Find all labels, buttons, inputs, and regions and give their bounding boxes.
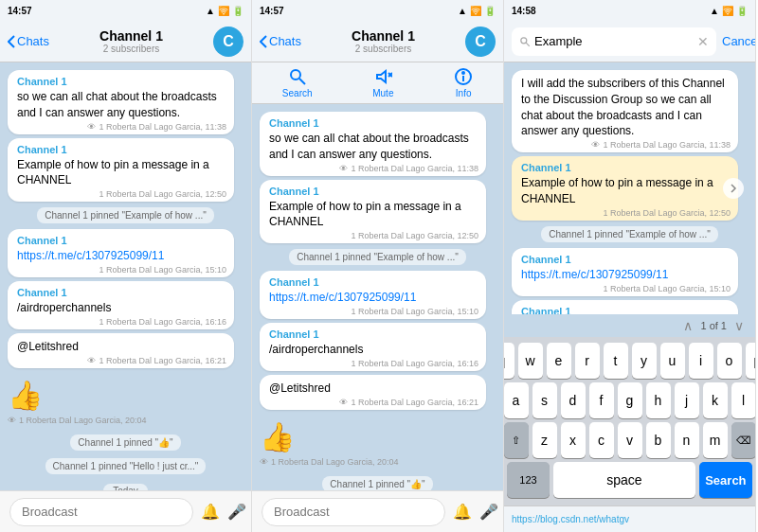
mic-icon-2[interactable]: 🎤 (479, 503, 498, 521)
clear-icon[interactable]: ✕ (697, 34, 709, 49)
search-input-wrap: ✕ (512, 27, 716, 56)
timestamp-p2-5: 1 Roberta Dal Lago Garcia, 16:21 (351, 398, 478, 407)
bubble-5: @Letitshred 👁 1 Roberta Dal Lago Garcia,… (8, 333, 234, 368)
text-p2-2: Example of how to pin a message in a CHA… (269, 199, 477, 231)
key-r[interactable]: r (575, 343, 600, 379)
meta-p3-1: 👁 1 Roberta Dal Lago Garcia, 11:38 (591, 140, 731, 150)
meta-5: 👁 1 Roberta Dal Lago Garcia, 16:21 (87, 356, 226, 365)
list-item: Channel 1 /airdroperchannels 1 Roberta D… (260, 323, 496, 371)
prev-result-btn[interactable]: ∧ (683, 318, 693, 333)
key-b[interactable]: b (646, 422, 671, 458)
link-p2-3[interactable]: https://t.me/c/1307925099/11 (269, 291, 416, 304)
timestamp-p2-2: 1 Roberta Dal Lago Garcia, 12:50 (351, 231, 478, 240)
timestamp-6: 1 Roberta Dal Lago Garcia, 20:04 (19, 416, 147, 425)
link-p3-3[interactable]: https://t.me/c/1307925099/11 (521, 268, 668, 281)
key-123[interactable]: 123 (507, 462, 550, 498)
system-pin-2: Channel 1 pinned "👍" (70, 434, 180, 451)
key-d[interactable]: d (561, 382, 586, 418)
key-x[interactable]: x (561, 422, 586, 458)
cancel-button-3[interactable]: Cancel (722, 34, 756, 48)
key-i[interactable]: i (689, 343, 713, 379)
key-k[interactable]: k (703, 382, 728, 418)
bubble-6: 👍 👁 1 Roberta Dal Lago Garcia, 20:04 (8, 372, 234, 429)
link-3[interactable]: https://t.me/c/1307925099/11 (17, 249, 164, 262)
wifi-icon-3: 🛜 (722, 6, 733, 16)
key-search[interactable]: Search (699, 462, 752, 498)
bell-icon-2[interactable]: 🔔 (453, 503, 472, 521)
nav-title-area-1: Channel 1 2 subscribers (49, 28, 213, 54)
meta-p3-2: 1 Roberta Dal Lago Garcia, 12:50 (603, 208, 731, 218)
nav-title-area-2: Channel 1 2 subscribers (301, 28, 465, 54)
sender-p3-2: Channel 1 (521, 162, 729, 173)
key-t[interactable]: t (604, 343, 628, 379)
search-toolbar-btn[interactable]: Search (282, 67, 313, 98)
sender-p3-3: Channel 1 (521, 254, 729, 265)
back-label-1: Chats (17, 34, 49, 48)
broadcast-input-1[interactable] (9, 498, 193, 526)
mic-icon-1[interactable]: 🎤 (227, 503, 246, 521)
broadcast-input-2[interactable] (262, 498, 445, 526)
key-n[interactable]: n (675, 422, 699, 458)
key-a[interactable]: a (504, 382, 529, 418)
back-button-1[interactable]: Chats (8, 34, 49, 48)
bubble-p2-1: Channel 1 so we can all chat about the b… (260, 112, 486, 176)
key-f[interactable]: f (589, 382, 614, 418)
bubble-p2-3: Channel 1 https://t.me/c/1307925099/11 1… (260, 271, 486, 319)
mute-toolbar-btn[interactable]: Mute (372, 67, 393, 98)
key-c[interactable]: c (589, 422, 614, 458)
meta-4: 1 Roberta Dal Lago Garcia, 16:16 (99, 317, 226, 327)
key-m[interactable]: m (703, 422, 728, 458)
key-shift[interactable]: ⇧ (504, 422, 529, 458)
text-4: /airdroperchannels (17, 300, 225, 316)
key-l[interactable]: l (731, 382, 756, 418)
broadcast-bar-1: 🔔 🎤 (0, 490, 251, 532)
channel-title-2: Channel 1 (352, 28, 415, 44)
key-h[interactable]: h (646, 382, 671, 418)
key-space[interactable]: space (553, 462, 695, 498)
key-z[interactable]: z (532, 422, 557, 458)
back-button-2[interactable]: Chats (260, 34, 301, 48)
key-w[interactable]: w (518, 343, 543, 379)
sender-p2-3: Channel 1 (269, 276, 477, 288)
bubble-4: Channel 1 /airdroperchannels 1 Roberta D… (8, 281, 234, 329)
timestamp-3: 1 Roberta Dal Lago Garcia, 15:10 (99, 265, 226, 275)
expand-icon[interactable] (723, 178, 744, 199)
key-v[interactable]: v (618, 422, 642, 458)
key-o[interactable]: o (717, 343, 742, 379)
text-6: 👍 (8, 376, 234, 416)
status-icons-3: ▲ 🛜 🔋 (710, 6, 748, 16)
key-backspace[interactable]: ⌫ (731, 422, 756, 458)
key-q[interactable]: q (504, 343, 514, 379)
list-item: 👍 👁 1 Roberta Dal Lago Garcia, 20:04 (8, 372, 244, 429)
channel-subtitle-1: 2 subscribers (103, 44, 159, 54)
sender-3: Channel 1 (17, 235, 225, 246)
key-e[interactable]: e (547, 343, 571, 379)
sender-p2-2: Channel 1 (269, 186, 477, 197)
next-result-btn[interactable]: ∨ (734, 318, 744, 333)
key-s[interactable]: s (532, 382, 557, 418)
time-1: 14:57 (8, 6, 32, 16)
bell-icon-1[interactable]: 🔔 (201, 503, 220, 521)
meta-3: 1 Roberta Dal Lago Garcia, 15:10 (99, 265, 226, 275)
keyboard: q w e r t y u i o p a s d f g h j k l ⇧ … (504, 337, 755, 505)
key-p[interactable]: p (746, 343, 757, 379)
system-pin-p3-1: Channel 1 pinned "Example of how ..." (541, 226, 718, 242)
key-j[interactable]: j (675, 382, 699, 418)
avatar-1[interactable]: C (213, 27, 244, 57)
eye-icon-5: 👁 (87, 356, 96, 365)
messages-area-3: I will add the subscribers of this Chann… (504, 62, 755, 314)
key-y[interactable]: y (632, 343, 657, 379)
info-toolbar-btn[interactable]: Info (454, 67, 473, 98)
timestamp-p3-1: 1 Roberta Dal Lago Garcia, 11:38 (603, 140, 731, 150)
key-g[interactable]: g (618, 382, 642, 418)
text-3: https://t.me/c/1307925099/11 (17, 248, 225, 264)
key-u[interactable]: u (660, 343, 685, 379)
search-input-3[interactable] (534, 34, 694, 48)
svg-point-6 (462, 72, 464, 74)
bubble-p2-6: 👍 👁 1 Roberta Dal Lago Garcia, 20:04 (260, 414, 486, 470)
time-2: 14:57 (260, 6, 284, 16)
timestamp-p2-1: 1 Roberta Dal Lago Garcia, 11:38 (351, 164, 478, 173)
list-item: Channel 1 Example of how to pin a messag… (260, 180, 496, 244)
signal-icon: ▲ (206, 6, 215, 16)
avatar-2[interactable]: C (465, 27, 496, 57)
